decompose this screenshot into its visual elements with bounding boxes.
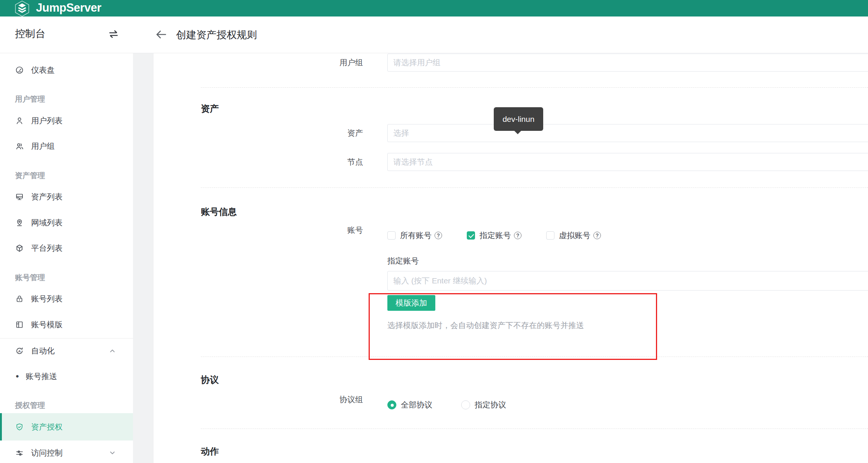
account-type-options: 所有账号 ? 指定账号 ? 虚拟账号 ? [387,230,601,241]
specified-accounts-option: 指定账号 ? [467,230,521,241]
sidebar-item-account-list[interactable]: 账号列表 [0,290,133,308]
sidebar-group-asset-management: 资产管理 [15,171,45,181]
jumpserver-logo-icon [13,0,31,17]
node-select[interactable] [387,153,868,171]
svg-text:A: A [18,349,21,353]
sidebar-item-label: 仪表盘 [31,65,55,75]
sidebar-item-platform-list[interactable]: 平台列表 [0,239,133,257]
protocol-section-title: 协议 [201,374,219,386]
sidebar-group-account-management: 账号管理 [15,273,45,283]
create-rule-form: 用户组 资产 dev-linun 资产 节点 账号信息 账号 所有账号 ? 指定… [154,53,868,463]
specified-accounts-checkbox[interactable] [467,231,475,240]
section-divider [201,357,868,357]
sidebar-item-account-template[interactable]: 账号模版 [0,316,133,334]
tooltip-text: dev-linun [502,115,534,124]
shield-check-icon [15,423,24,432]
sidebar-item-user-list[interactable]: 用户列表 [0,112,133,130]
swap-horizontal-icon[interactable] [107,28,120,40]
virtual-accounts-option: 虚拟账号 ? [546,230,601,241]
asset-tooltip: dev-linun [494,107,543,131]
sidebar-item-label: 网域列表 [31,217,63,228]
asset-select[interactable] [387,124,868,142]
monitor-icon [15,192,24,201]
jumpserver-screen: JumpServer 控制台 创建资产授权规则 仪表盘 用户管理 [0,0,868,463]
top-bar: JumpServer [0,0,868,16]
specified-account-input[interactable] [387,271,868,291]
protocol-options: 全部协议 指定协议 [387,400,506,410]
sidebar-item-domain-list[interactable]: 网域列表 [0,214,133,232]
user-group-select[interactable] [387,54,868,72]
radio-label: 全部协议 [401,400,432,410]
help-icon[interactable]: ? [435,232,442,239]
specified-account-label: 指定账号 [387,256,419,266]
all-protocols-radio[interactable] [387,400,396,409]
back-arrow-icon[interactable] [154,28,168,41]
specified-protocols-radio[interactable] [461,400,470,409]
sidebar-item-dashboard[interactable]: 仪表盘 [0,61,133,79]
sliders-icon [15,448,24,457]
user-icon [15,116,24,125]
chevron-down-icon[interactable] [108,448,117,457]
user-group-label: 用户组 [154,54,363,72]
section-divider [201,87,868,88]
cube-icon [15,244,24,253]
checkbox-label: 虚拟账号 [559,230,590,241]
node-label: 节点 [154,153,363,171]
sidebar-divider [0,338,133,339]
help-icon[interactable]: ? [514,232,521,239]
brand-name: JumpServer [36,1,101,15]
section-divider [201,429,868,429]
sidebar-item-asset-authorization[interactable]: 资产授权 [0,413,133,441]
all-accounts-checkbox[interactable] [387,231,396,240]
specified-protocols-option: 指定协议 [461,400,506,410]
sidebar-group-user-management: 用户管理 [15,94,45,104]
action-section-title: 动作 [201,445,219,457]
sidebar-item-label: 平台列表 [31,243,63,253]
asset-label: 资产 [154,124,363,142]
template-add-button[interactable]: 模版添加 [387,295,435,311]
page-title: 创建资产授权规则 [176,28,257,42]
sidebar-item-asset-list[interactable]: 资产列表 [0,188,133,206]
protocol-group-label: 协议组 [154,395,363,404]
sidebar-subitem-label: 账号推送 [25,371,57,382]
asset-section-title: 资产 [201,103,219,115]
all-protocols-option: 全部协议 [387,400,432,410]
sidebar-subitem-account-push[interactable]: • 账号推送 [0,367,133,385]
sidebar-item-label: 访问控制 [31,448,63,458]
all-accounts-option: 所有账号 ? [387,230,442,241]
automation-icon: A [15,346,24,355]
sidebar-item-label: 自动化 [31,346,55,356]
sidebar-item-label: 账号模版 [31,319,63,330]
checkbox-label: 指定账号 [480,230,511,241]
lock-icon [15,294,24,303]
virtual-accounts-checkbox[interactable] [546,231,554,240]
account-section-title: 账号信息 [201,206,237,218]
sidebar-item-label: 账号列表 [31,294,63,304]
section-divider [201,187,868,188]
sidebar-content-gutter [133,53,154,463]
bullet-icon: • [16,371,19,382]
help-icon[interactable]: ? [593,232,601,239]
sidebar-item-automation[interactable]: A 自动化 [0,342,133,360]
account-label: 账号 [154,226,363,235]
header-bar: 控制台 创建资产授权规则 [0,16,868,53]
console-label: 控制台 [15,27,45,40]
chevron-up-icon[interactable] [108,346,117,355]
sidebar: 仪表盘 用户管理 用户列表 用户组 资产管理 资产列表 [0,53,133,463]
users-icon [15,142,24,151]
template-helper-text: 选择模版添加时，会自动创建资产下不存在的账号并推送 [387,320,584,331]
sidebar-item-label: 资产授权 [31,422,63,432]
map-pin-icon [15,218,24,227]
sidebar-item-label: 用户列表 [31,115,63,126]
gauge-icon [15,66,24,75]
sidebar-item-user-group[interactable]: 用户组 [0,137,133,155]
sidebar-group-authorization-management: 授权管理 [15,400,45,411]
sidebar-item-label: 资产列表 [31,192,63,202]
layout-icon [15,320,24,329]
checkbox-label: 所有账号 [400,230,432,241]
radio-label: 指定协议 [475,400,506,410]
sidebar-item-access-control[interactable]: 访问控制 [0,444,133,462]
sidebar-item-label: 用户组 [31,141,55,151]
